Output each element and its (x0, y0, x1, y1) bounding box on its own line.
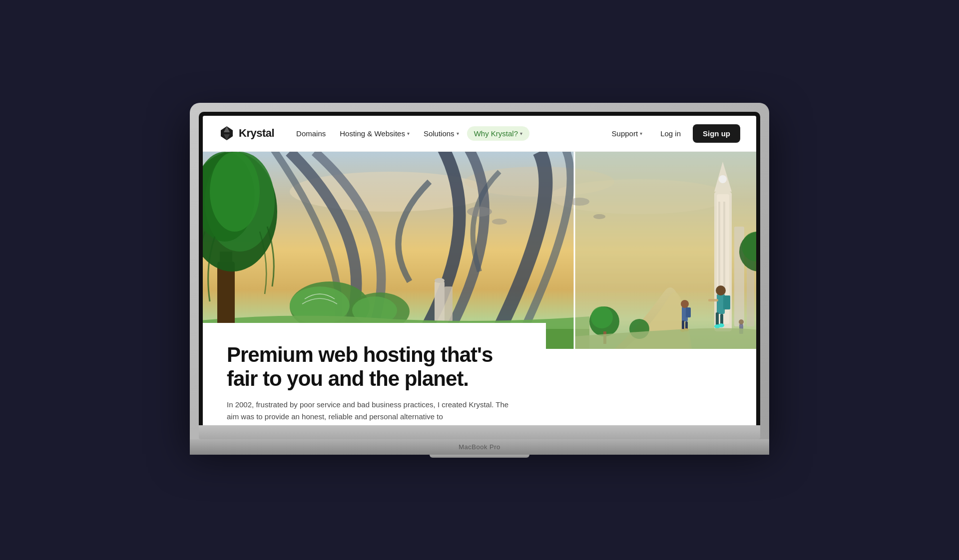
logo-link[interactable]: Krystal (219, 125, 274, 141)
laptop-bottom-bar (199, 425, 760, 439)
why-chevron-icon: ▾ (520, 131, 522, 136)
svg-rect-31 (686, 307, 691, 317)
svg-point-22 (591, 306, 613, 328)
nav-item-domains[interactable]: Domains (290, 125, 332, 142)
svg-point-9 (435, 278, 445, 283)
svg-rect-8 (435, 281, 445, 321)
laptop-mockup: Krystal Domains Hosting & Websites ▾ Sol… (190, 103, 769, 458)
screen: Krystal Domains Hosting & Websites ▾ Sol… (203, 116, 756, 425)
support-chevron-icon: ▾ (640, 131, 642, 136)
svg-point-28 (681, 300, 689, 308)
macbook-label-bar: MacBook Pro (190, 439, 769, 455)
svg-point-43 (739, 319, 744, 324)
svg-point-51 (467, 207, 492, 217)
svg-rect-29 (682, 320, 684, 330)
login-button[interactable]: Log in (652, 125, 689, 142)
svg-rect-36 (716, 312, 719, 326)
svg-rect-41 (708, 299, 718, 301)
signup-button[interactable]: Sign up (693, 124, 740, 143)
svg-point-54 (593, 214, 605, 219)
laptop-frame: Krystal Domains Hosting & Websites ▾ Sol… (190, 103, 769, 439)
logo-text: Krystal (239, 127, 274, 140)
nav-right: Support ▾ Log in Sign up (606, 124, 740, 143)
svg-point-18 (719, 175, 727, 183)
hero-description: In 2002, frustrated by poor service and … (227, 399, 522, 423)
macbook-model-text: MacBook Pro (459, 443, 500, 451)
hero-image (203, 152, 756, 349)
nav-links: Domains Hosting & Websites ▾ Solutions ▾… (290, 125, 605, 142)
svg-rect-38 (723, 295, 730, 309)
nav-item-hosting[interactable]: Hosting & Websites ▾ (334, 125, 416, 142)
hero-title: Premium web hosting that's fair to you a… (227, 343, 522, 391)
svg-point-49 (210, 152, 260, 232)
solutions-chevron-icon: ▾ (457, 131, 459, 136)
svg-point-52 (492, 219, 507, 225)
svg-point-35 (716, 285, 726, 295)
laptop-notch (430, 455, 529, 458)
krystal-logo-icon (219, 125, 235, 141)
nav-item-support[interactable]: Support ▾ (606, 125, 649, 142)
hero-content: Premium web hosting that's fair to you a… (203, 323, 546, 425)
hero-section: Premium web hosting that's fair to you a… (203, 152, 756, 425)
nav-item-why-krystal[interactable]: Why Krystal? ▾ (467, 126, 529, 141)
nav-item-solutions[interactable]: Solutions ▾ (418, 125, 465, 142)
hosting-chevron-icon: ▾ (407, 131, 410, 136)
svg-point-40 (718, 323, 724, 327)
svg-rect-10 (445, 286, 453, 321)
svg-point-53 (569, 198, 589, 206)
screen-bezel: Krystal Domains Hosting & Websites ▾ Sol… (199, 112, 760, 425)
navbar: Krystal Domains Hosting & Websites ▾ Sol… (203, 116, 756, 152)
